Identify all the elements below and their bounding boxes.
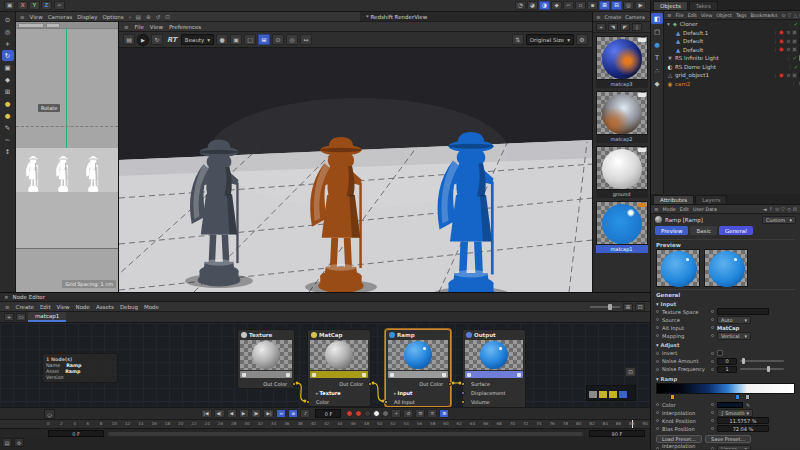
objects-menu-file[interactable]: File <box>676 13 684 18</box>
up-icon[interactable]: ↑ <box>769 206 773 212</box>
redshift-tag-icon[interactable] <box>779 30 784 35</box>
node-menu-create[interactable]: Create <box>16 304 34 310</box>
points-mode-icon[interactable]: ● <box>2 98 14 109</box>
null-object-icon[interactable]: ▢ <box>651 26 663 37</box>
range-start-field[interactable]: 0 F <box>48 430 104 437</box>
play-button[interactable]: ▶ <box>239 409 249 418</box>
material-item[interactable]: matcap2 <box>596 91 648 143</box>
sort-icon[interactable]: △ <box>793 12 797 18</box>
attribute-field[interactable]: 11.5757 % <box>717 417 769 424</box>
input-port-row[interactable]: Volume <box>463 397 525 406</box>
anim-dot[interactable] <box>711 447 714 449</box>
table-row[interactable]: ▲Default.1⋮ <box>664 29 800 38</box>
play-icon[interactable]: ▶ <box>635 1 646 10</box>
render-active-view-icon[interactable]: ◕ <box>527 1 538 10</box>
axis-y-button[interactable]: Y <box>29 1 40 10</box>
keyframe-selection-icon[interactable]: ⊡ <box>415 409 425 418</box>
phong-tag-icon[interactable] <box>792 73 797 78</box>
rotate-tool[interactable]: ↻ <box>2 50 14 61</box>
fit-graph-icon[interactable]: ⊞ <box>623 303 633 311</box>
objects-menu-edit[interactable]: Edit <box>688 13 697 18</box>
tag-icon[interactable] <box>786 39 791 44</box>
material-item[interactable]: matcap1 <box>596 201 648 253</box>
node-menu-assets[interactable]: Assets <box>96 304 114 310</box>
live-select-tool[interactable]: ◎ <box>2 26 14 37</box>
attributes-menu-user-data[interactable]: User Data <box>693 207 717 212</box>
ramp-knot[interactable] <box>670 394 675 400</box>
anim-dot[interactable] <box>711 334 714 337</box>
attribute-dropdown[interactable]: Vertical▾ <box>717 332 751 340</box>
group-header-adjust[interactable]: ▾Adjust <box>656 342 795 348</box>
bucket-render-icon[interactable]: ▣ <box>230 34 242 45</box>
prev-key-button[interactable]: ◀| <box>214 409 225 418</box>
anim-dot[interactable] <box>711 411 714 414</box>
viewport-menu-options[interactable]: Options <box>102 14 123 20</box>
next-frame-button[interactable]: |▶ <box>251 409 262 418</box>
record-button-0[interactable] <box>346 410 353 417</box>
layer-dots-icon[interactable]: ⋮ <box>788 22 793 27</box>
display-mode-icon[interactable]: ● <box>216 34 228 45</box>
materials-menu-create[interactable]: Create <box>605 14 622 20</box>
eyedropper-icon[interactable]: ✎ <box>746 402 750 408</box>
node-menu-edit[interactable]: Edit <box>40 304 51 310</box>
attribute-field[interactable]: 0 <box>717 358 737 365</box>
spline-tool[interactable]: ~ <box>2 134 14 145</box>
pixel-probe-icon[interactable]: ⊙ <box>272 34 284 45</box>
layer-dots-icon[interactable]: ⋮ <box>773 47 778 52</box>
viewport-menu-cameras[interactable]: Cameras <box>48 14 72 20</box>
material-thumbnail[interactable] <box>596 36 648 80</box>
enabled-check-icon[interactable]: ✓ <box>792 55 797 61</box>
zoom-step-icon[interactable]: ⇅ <box>512 34 524 45</box>
renderview-menu-file[interactable]: File <box>135 24 144 30</box>
node-minimap[interactable] <box>586 385 636 401</box>
enabled-check-icon[interactable]: ✓ <box>794 21 799 27</box>
range-end-field[interactable]: 90 F <box>589 430 645 437</box>
add-tab-icon[interactable]: + <box>4 313 14 321</box>
aov-dropdown[interactable]: Beauty▾ <box>181 34 214 45</box>
axis-workplane-icon[interactable]: ⌐ <box>563 1 574 10</box>
tab-layers[interactable]: Layers <box>695 195 727 204</box>
grid-toggle-icon[interactable]: ▤ <box>2 438 12 447</box>
redshift-tag-icon[interactable] <box>779 73 784 78</box>
burger-icon[interactable]: ≡ <box>20 14 25 20</box>
table-row[interactable]: ▲Default⋮ <box>664 37 800 46</box>
expander-icon[interactable]: ▾ <box>667 21 670 27</box>
edges-mode-icon[interactable]: ● <box>2 110 14 121</box>
save-image-icon[interactable]: ▤ <box>123 34 135 45</box>
goto-end-button[interactable]: ▶| <box>263 409 274 418</box>
back-icon[interactable]: ◄ <box>763 206 767 212</box>
pin-tab-icon[interactable]: ▭ <box>16 313 26 321</box>
output-port-row[interactable]: Out Color <box>308 379 370 388</box>
layout-split-icon[interactable]: ⊟ <box>611 1 622 10</box>
filter-icon[interactable]: ▽ <box>781 206 785 212</box>
anim-dot[interactable] <box>656 334 659 337</box>
region-render-icon[interactable]: ▢ <box>244 34 256 45</box>
attribute-dropdown[interactable]: Linear▾ <box>717 445 751 450</box>
coord-system-icon[interactable]: ⌐ <box>54 1 65 10</box>
renderview-menu-view[interactable]: View <box>150 24 163 30</box>
filter-icon[interactable]: ▽ <box>788 12 792 18</box>
anim-dot[interactable] <box>656 318 659 321</box>
interactive-render-icon[interactable]: ◑ <box>539 1 550 10</box>
attribute-dropdown[interactable]: ∫ Smooth▾ <box>717 409 753 417</box>
objects-menu-tags[interactable]: Tags <box>736 13 747 18</box>
close-icon[interactable]: × <box>4 294 9 300</box>
phong-tag-icon[interactable] <box>792 47 797 52</box>
input-port-dot[interactable] <box>461 382 465 386</box>
attribute-field[interactable]: 72.04 % <box>717 425 769 432</box>
burger-icon[interactable]: ≡ <box>5 304 10 310</box>
material-override-icon[interactable]: ◆ <box>551 1 562 10</box>
restart-render-icon[interactable]: ↻ <box>151 34 163 45</box>
input-port-row[interactable]: Surface <box>463 379 525 388</box>
loop-toggle[interactable]: ∞ <box>276 409 286 418</box>
layer-dots-icon[interactable]: ⋮ <box>792 81 797 86</box>
assign-material-icon[interactable]: ◤ <box>620 23 630 31</box>
tab-objects[interactable]: Objects <box>653 1 688 10</box>
burger-icon[interactable]: ≡ <box>124 24 129 30</box>
search-icon[interactable]: ⊙ <box>775 206 779 212</box>
objects-menu-view[interactable]: View <box>701 13 712 18</box>
trash-icon[interactable]: ▯ <box>632 23 642 31</box>
spline-icon[interactable]: ◆ <box>651 78 663 89</box>
axis-tool[interactable]: ◆ <box>2 74 14 85</box>
timeline-settings-icon[interactable]: ⚙ <box>14 438 24 447</box>
